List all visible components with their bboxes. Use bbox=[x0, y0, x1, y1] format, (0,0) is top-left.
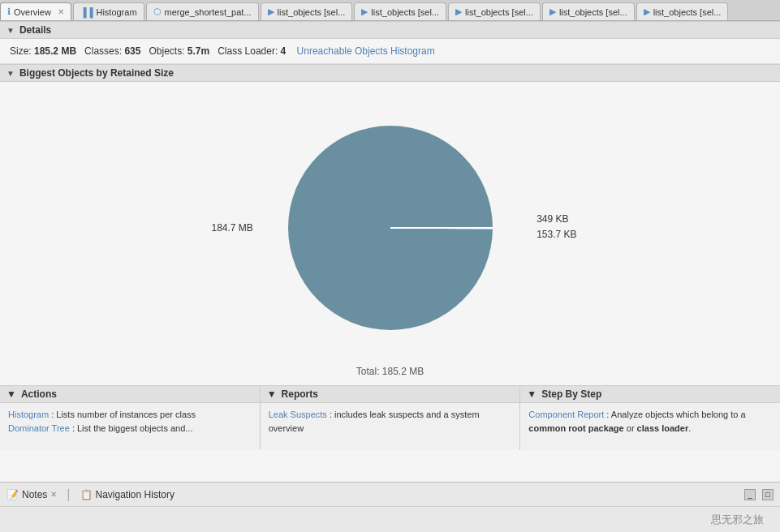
actions-panel: ▼ Actions Histogram : Lists number of in… bbox=[0, 386, 261, 450]
step-by-step-panel: ▼ Step By Step Component Report : Analyz… bbox=[520, 386, 780, 450]
label-349kb: 349 KB bbox=[537, 212, 576, 227]
list5-icon: ▶ bbox=[644, 6, 650, 17]
step-arrow: ▼ bbox=[527, 388, 537, 400]
actions-content: Histogram : Lists number of instances pe… bbox=[0, 403, 260, 440]
merge-icon: ⬡ bbox=[153, 6, 162, 17]
nav-history-tab[interactable]: 📋 Navigation History bbox=[80, 489, 175, 500]
tab-list4-label: list_objects [sel... bbox=[559, 7, 627, 17]
minimize-btn[interactable]: _ bbox=[744, 489, 756, 500]
list2-icon: ▶ bbox=[361, 6, 368, 17]
list3-icon: ▶ bbox=[455, 6, 462, 17]
action-item-2: Dominator Tree : List the biggest object… bbox=[8, 422, 252, 435]
notes-close[interactable]: ✕ bbox=[50, 490, 57, 499]
reports-header[interactable]: ▼ Reports bbox=[261, 386, 520, 403]
tab-list4[interactable]: ▶ list_objects [sel... bbox=[542, 2, 635, 20]
size-value: 185.2 MB bbox=[34, 45, 76, 57]
details-section-header[interactable]: ▼ Details bbox=[0, 21, 780, 39]
status-bar: 📝 Notes ✕ | 📋 Navigation History _ □ bbox=[0, 482, 780, 506]
tab-overview-close[interactable]: ✕ bbox=[58, 7, 64, 16]
details-arrow: ▼ bbox=[6, 26, 15, 35]
chart-label-main: 184.7 MB bbox=[212, 222, 253, 234]
dominator-tree-link[interactable]: Dominator Tree bbox=[8, 423, 70, 433]
tab-list5[interactable]: ▶ list_objects [sel... bbox=[636, 2, 729, 20]
maximize-btn[interactable]: □ bbox=[762, 489, 774, 500]
bottom-panels: ▼ Actions Histogram : Lists number of in… bbox=[0, 385, 780, 450]
objects-value: 5.7m bbox=[187, 45, 209, 57]
reports-content: Leak Suspects : includes leak suspects a… bbox=[261, 403, 520, 440]
biggest-objects-header[interactable]: ▼ Biggest Objects by Retained Size bbox=[0, 64, 780, 82]
notes-tab[interactable]: 📝 Notes ✕ bbox=[6, 489, 57, 500]
tab-list3[interactable]: ▶ list_objects [sel... bbox=[448, 2, 541, 20]
reports-panel: ▼ Reports Leak Suspects : includes leak … bbox=[261, 386, 521, 450]
size-label: Size: bbox=[10, 45, 34, 57]
list4-icon: ▶ bbox=[549, 6, 556, 17]
watermark-bar: 思无邪之旅 bbox=[0, 506, 780, 532]
nav-history-label: Navigation History bbox=[96, 489, 175, 500]
tab-histogram-label: Histogram bbox=[96, 7, 136, 17]
watermark-text: 思无邪之旅 bbox=[711, 513, 764, 527]
notes-icon: 📝 bbox=[6, 489, 19, 500]
status-controls: _ □ bbox=[744, 489, 774, 500]
pie-chart bbox=[277, 114, 504, 341]
report-item-1: Leak Suspects : includes leak suspects a… bbox=[269, 408, 512, 435]
action-text-2: : List the biggest objects and... bbox=[72, 423, 193, 433]
chart-label-right: 349 KB 153.7 KB bbox=[537, 212, 576, 242]
reports-title: Reports bbox=[282, 388, 318, 400]
chart-container: 184.7 MB 349 KB 153.7 KB bbox=[187, 98, 593, 358]
status-divider: | bbox=[67, 487, 70, 502]
histogram-icon: ▐▐ bbox=[80, 7, 93, 17]
tab-list1[interactable]: ▶ list_objects [sel... bbox=[261, 2, 353, 20]
classes-label: Classes: bbox=[84, 45, 124, 57]
chart-total: Total: 185.2 MB bbox=[0, 366, 780, 385]
objects-label: Objects: bbox=[149, 45, 187, 57]
actions-arrow: ▼ bbox=[6, 388, 16, 400]
step-by-step-title: Step By Step bbox=[541, 388, 601, 400]
info-icon: ℹ bbox=[7, 6, 11, 17]
step-item-1: Component Report : Analyze objects which… bbox=[528, 408, 772, 435]
class-loader-value: 4 bbox=[281, 45, 287, 57]
biggest-objects-title: Biggest Objects by Retained Size bbox=[19, 67, 174, 79]
tab-list2-label: list_objects [sel... bbox=[371, 7, 439, 17]
biggest-objects-arrow: ▼ bbox=[6, 69, 15, 78]
tab-list3-label: list_objects [sel... bbox=[465, 7, 533, 17]
class-loader-label: Class Loader: bbox=[218, 45, 280, 57]
tab-merge-shortest[interactable]: ⬡ merge_shortest_pat... bbox=[146, 2, 259, 20]
action-item-1: Histogram : Lists number of instances pe… bbox=[8, 408, 252, 422]
chart-area: 184.7 MB 349 KB 153.7 KB bbox=[0, 82, 780, 366]
classes-value: 635 bbox=[124, 45, 140, 57]
tab-merge-label: merge_shortest_pat... bbox=[165, 7, 252, 17]
tab-histogram[interactable]: ▐▐ Histogram bbox=[73, 2, 144, 20]
action-text-1: : Lists number of instances per class bbox=[51, 410, 196, 419]
list1-icon: ▶ bbox=[268, 6, 274, 17]
tab-list5-label: list_objects [sel... bbox=[653, 7, 722, 17]
details-bar: Size: 185.2 MB Classes: 635 Objects: 5.7… bbox=[0, 39, 780, 64]
main-content: ▼ Details Size: 185.2 MB Classes: 635 Ob… bbox=[0, 21, 780, 482]
leak-suspects-link[interactable]: Leak Suspects bbox=[269, 410, 327, 419]
tab-overview[interactable]: ℹ Overview ✕ bbox=[0, 2, 71, 20]
actions-title: Actions bbox=[21, 388, 57, 400]
reports-arrow: ▼ bbox=[267, 388, 277, 400]
notes-label: Notes bbox=[22, 489, 47, 500]
tab-list2[interactable]: ▶ list_objects [sel... bbox=[354, 2, 446, 20]
component-report-link[interactable]: Component Report bbox=[528, 410, 604, 419]
tab-overview-label: Overview bbox=[14, 7, 51, 17]
details-title: Details bbox=[19, 24, 51, 36]
label-153kb: 153.7 KB bbox=[537, 227, 576, 242]
unreachable-link[interactable]: Unreachable Objects Histogram bbox=[297, 45, 435, 57]
histogram-link[interactable]: Histogram bbox=[8, 410, 49, 419]
step-by-step-content: Component Report : Analyze objects which… bbox=[520, 403, 780, 440]
step-by-step-header[interactable]: ▼ Step By Step bbox=[520, 386, 780, 403]
tab-bar: ℹ Overview ✕ ▐▐ Histogram ⬡ merge_shorte… bbox=[0, 0, 780, 21]
actions-header[interactable]: ▼ Actions bbox=[0, 386, 260, 403]
tab-list1-label: list_objects [sel... bbox=[278, 7, 346, 17]
nav-history-icon: 📋 bbox=[80, 489, 93, 500]
